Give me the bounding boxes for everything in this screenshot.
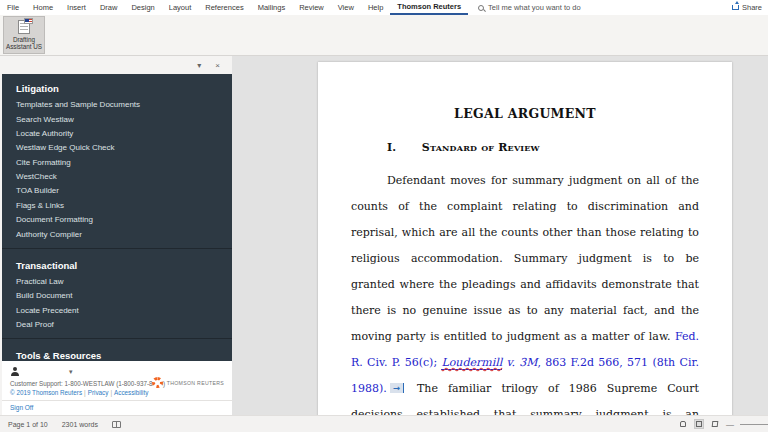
pane-item-deal-proof[interactable]: Deal Proof <box>2 318 232 332</box>
section-litigation: Litigation Templates and Sample Document… <box>2 74 232 244</box>
pane-content: Litigation Templates and Sample Document… <box>2 74 232 361</box>
section-title: Standard of Review <box>422 141 540 154</box>
ribbon-tab-bar: File Home Insert Draw Design Layout Refe… <box>0 0 768 15</box>
citation-link[interactable]: v. 3M <box>502 356 537 369</box>
main-area: ▾ × Litigation Templates and Sample Docu… <box>0 56 768 415</box>
pane-item-authority-compiler[interactable]: Authority Compiler <box>2 227 232 241</box>
tab-references[interactable]: References <box>198 0 250 15</box>
tab-mailings[interactable]: Mailings <box>251 0 293 15</box>
section-transactional: Transactional Practical Law Build Docume… <box>2 248 232 335</box>
pane-footer: ▾ Customer Support: 1-800-WESTLAW (1-800… <box>2 361 232 415</box>
tab-view[interactable]: View <box>331 0 361 15</box>
document-page[interactable]: LEGAL ARGUMENT I. Standard of Review Def… <box>318 62 732 415</box>
tab-home[interactable]: Home <box>26 0 60 15</box>
section-number: I. <box>387 141 396 154</box>
document-title: LEGAL ARGUMENT <box>351 106 699 121</box>
copyright-link[interactable]: © 2019 Thomson Reuters <box>10 389 82 396</box>
pane-item-practical-law[interactable]: Practical Law <box>2 275 232 289</box>
tab-insert[interactable]: Insert <box>60 0 93 15</box>
tab-layout[interactable]: Layout <box>162 0 199 15</box>
print-layout-icon[interactable] <box>694 419 704 429</box>
document-section-heading: I. Standard of Review <box>387 141 699 154</box>
web-layout-icon[interactable] <box>710 419 720 429</box>
section-header-litigation: Litigation <box>2 78 232 98</box>
privacy-link[interactable]: Privacy <box>88 389 109 396</box>
drafting-assistant-button[interactable]: Drafting Assistant US <box>3 16 45 54</box>
body-text: Defendant moves for summary judgment on … <box>351 174 699 343</box>
us-flag-document-icon <box>18 20 30 34</box>
tell-me-box[interactable]: Tell me what you want to do <box>478 3 581 12</box>
pane-item-toa-builder[interactable]: TOA Builder <box>2 184 232 198</box>
document-paragraphs: Defendant moves for summary judgment on … <box>351 168 699 415</box>
accessibility-link[interactable]: Accessibility <box>114 389 148 396</box>
tab-draw[interactable]: Draw <box>93 0 125 15</box>
tab-thomson-reuters[interactable]: Thomson Reuters <box>390 0 468 15</box>
pane-item-locate-precedent[interactable]: Locate Precedent <box>2 304 232 318</box>
share-icon <box>732 5 739 10</box>
search-icon <box>478 5 484 11</box>
thomson-reuters-brand: THOMSON REUTERS <box>152 377 224 388</box>
pane-item-locate-authority[interactable]: Locate Authority <box>2 127 232 141</box>
pane-item-templates[interactable]: Templates and Sample Documents <box>2 98 232 112</box>
word-count[interactable]: 2301 words <box>62 421 98 428</box>
ribbon-body: Drafting Assistant US <box>0 15 768 56</box>
page-indicator[interactable]: Page 1 of 10 <box>8 421 48 428</box>
paragraph: Defendant moves for summary judgment on … <box>351 168 699 415</box>
thomson-reuters-name: THOMSON REUTERS <box>167 380 224 386</box>
proofing-icon[interactable] <box>112 421 121 428</box>
tab-marker-right-icon[interactable]: → <box>390 383 404 393</box>
share-button[interactable]: Share <box>732 3 762 12</box>
pane-item-search-westlaw[interactable]: Search Westlaw <box>2 112 232 126</box>
pane-collapse-icon[interactable]: ▾ <box>197 61 201 70</box>
tab-review[interactable]: Review <box>292 0 331 15</box>
section-tools-resources: Tools & Resources PDF Converter Search K… <box>2 338 232 361</box>
share-label: Share <box>742 3 762 12</box>
section-header-tools: Tools & Resources <box>2 345 232 361</box>
tell-me-label: Tell me what you want to do <box>488 3 581 12</box>
tab-file[interactable]: File <box>0 0 26 15</box>
zoom-out-icon[interactable]: — <box>726 420 734 429</box>
pane-item-flags-links[interactable]: Flags & Links <box>2 199 232 213</box>
tab-design[interactable]: Design <box>124 0 161 15</box>
sign-off-link[interactable]: Sign Off <box>10 404 33 411</box>
pane-header: ▾ × <box>0 56 232 74</box>
status-bar: Page 1 of 10 2301 words — <box>0 415 768 432</box>
pane-item-document-formatting[interactable]: Document Formatting <box>2 213 232 227</box>
user-icon[interactable] <box>10 367 19 376</box>
pane-item-build-document[interactable]: Build Document <box>2 289 232 303</box>
zoom-slider[interactable] <box>740 424 768 425</box>
thomson-reuters-logo <box>152 377 163 388</box>
pane-item-cite-formatting[interactable]: Cite Formatting <box>2 156 232 170</box>
drafting-assistant-label: Drafting Assistant US <box>4 36 44 50</box>
drafting-assistant-pane: ▾ × Litigation Templates and Sample Docu… <box>0 56 232 415</box>
pane-close-icon[interactable]: × <box>215 61 220 70</box>
pane-item-quick-check[interactable]: Westlaw Edge Quick Check <box>2 141 232 155</box>
section-header-transactional: Transactional <box>2 255 232 275</box>
footer-links: © 2019 Thomson Reuters|Privacy|Accessibi… <box>2 388 232 400</box>
tab-help[interactable]: Help <box>361 0 390 15</box>
pane-item-westcheck[interactable]: WestCheck <box>2 170 232 184</box>
citation-link[interactable]: Loudermill <box>441 356 502 370</box>
user-caret-icon[interactable]: ▾ <box>69 368 73 376</box>
document-area: LEGAL ARGUMENT I. Standard of Review Def… <box>232 56 768 415</box>
read-mode-icon[interactable] <box>678 419 688 429</box>
